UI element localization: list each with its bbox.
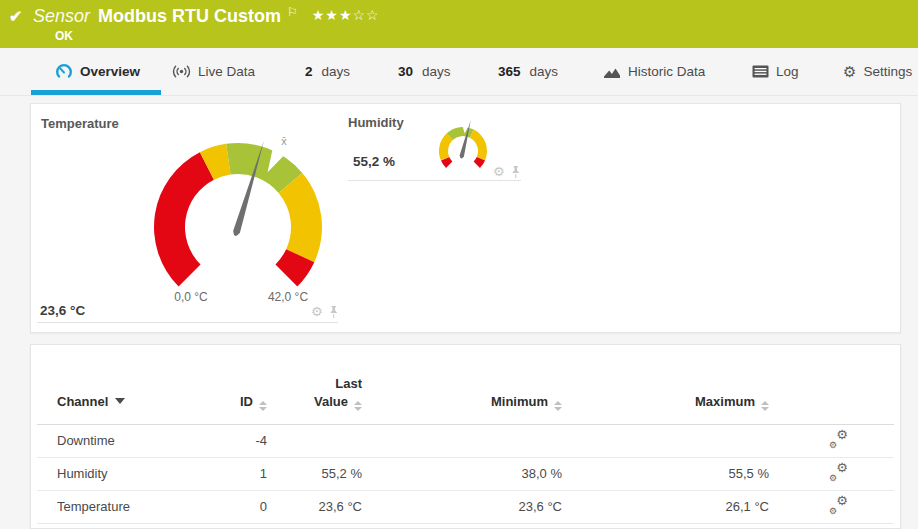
humidity-widget-tools: ⚙ bbox=[493, 164, 521, 179]
tab-overview[interactable]: Overview bbox=[55, 48, 140, 95]
pin-icon[interactable] bbox=[328, 305, 339, 319]
table-header-row: Channel ID Last Value Minimum Maximum bbox=[37, 345, 894, 424]
channels-table: Channel ID Last Value Minimum Maximum bbox=[37, 345, 894, 524]
channel-name[interactable]: Humidity bbox=[37, 457, 227, 490]
sensor-kind-label: Sensor bbox=[33, 6, 90, 27]
channel-maximum: 26,1 °C bbox=[562, 490, 769, 523]
channel-last-value: 55,2 % bbox=[267, 457, 362, 490]
channel-minimum: 38,0 % bbox=[362, 457, 562, 490]
tab-label: days bbox=[422, 64, 451, 79]
channel-minimum: 23,6 °C bbox=[362, 490, 562, 523]
tab-live-data[interactable]: Live Data bbox=[172, 48, 255, 95]
gauges-panel: Temperature x̄ 0,0 °C 42,0 °C 23,6 °C ⚙ … bbox=[30, 103, 901, 333]
temperature-scale-min-label: 0,0 °C bbox=[174, 290, 207, 304]
tab-label: Live Data bbox=[198, 64, 255, 79]
tab-settings[interactable]: ⚙ Settings bbox=[843, 48, 912, 95]
priority-stars[interactable]: ★★★☆☆ bbox=[312, 7, 380, 23]
table-row: Humidity 1 55,2 % 38,0 % 55,5 % ⚙⚙ bbox=[37, 457, 894, 490]
tab-bar: Overview Live Data 2 days 30 days 365 da… bbox=[0, 48, 918, 96]
tab-historic-data[interactable]: Historic Data bbox=[603, 48, 705, 95]
channel-settings-icon[interactable]: ⚙⚙ bbox=[829, 430, 849, 448]
column-header-channel[interactable]: Channel bbox=[37, 345, 227, 424]
gauge-segment bbox=[154, 152, 214, 286]
historic-data-icon bbox=[603, 65, 621, 79]
broadcast-icon bbox=[172, 64, 191, 79]
stars-filled[interactable]: ★★★ bbox=[312, 7, 353, 23]
channel-id: -4 bbox=[227, 424, 267, 457]
sort-icon bbox=[554, 401, 562, 411]
tab-365-days[interactable]: 365 days bbox=[498, 48, 558, 95]
gear-icon[interactable]: ⚙ bbox=[493, 164, 505, 179]
channel-id: 0 bbox=[227, 490, 267, 523]
divider bbox=[348, 180, 521, 181]
channel-maximum bbox=[562, 424, 769, 457]
tab-label: Overview bbox=[80, 64, 140, 79]
channel-minimum bbox=[362, 424, 562, 457]
tab-log[interactable]: Log bbox=[752, 48, 799, 95]
tab-label: Historic Data bbox=[628, 64, 705, 79]
flag-icon[interactable]: ⚐ bbox=[287, 5, 298, 19]
channel-name[interactable]: Downtime bbox=[37, 424, 227, 457]
humidity-widget-title: Humidity bbox=[348, 115, 404, 130]
temperature-widget-tools: ⚙ bbox=[311, 304, 339, 319]
tab-label: Settings bbox=[863, 64, 912, 79]
channel-name[interactable]: Temperature bbox=[37, 490, 227, 523]
column-header-maximum[interactable]: Maximum bbox=[562, 345, 769, 424]
gauge-icon bbox=[55, 63, 73, 81]
divider bbox=[37, 322, 338, 323]
active-tab-underline bbox=[31, 90, 161, 95]
tab-30-days[interactable]: 30 days bbox=[398, 48, 451, 95]
channel-last-value: 23,6 °C bbox=[267, 490, 362, 523]
tab-2-days[interactable]: 2 days bbox=[305, 48, 350, 95]
temperature-scale-max-label: 42,0 °C bbox=[268, 290, 308, 304]
status-ok-check-icon: ✔ bbox=[9, 7, 22, 26]
pin-icon[interactable] bbox=[510, 165, 521, 179]
mean-marker-label: x̄ bbox=[281, 135, 287, 147]
channel-id: 1 bbox=[227, 457, 267, 490]
table-row: Downtime -4 ⚙⚙ bbox=[37, 424, 894, 457]
temperature-widget-title: Temperature bbox=[41, 116, 119, 131]
sort-icon bbox=[259, 401, 267, 411]
settings-icon: ⚙ bbox=[843, 63, 856, 81]
channel-settings-icon[interactable]: ⚙⚙ bbox=[829, 496, 849, 514]
channels-panel: Channel ID Last Value Minimum Maximum bbox=[30, 344, 901, 529]
tab-label: Log bbox=[776, 64, 799, 79]
sensor-header: ✔ Sensor Modbus RTU Custom ⚐ ★★★☆☆ OK bbox=[0, 0, 918, 48]
table-row: Temperature 0 23,6 °C 23,6 °C 26,1 °C ⚙⚙ bbox=[37, 490, 894, 523]
tab-label: days bbox=[530, 64, 559, 79]
temperature-gauge: x̄ bbox=[113, 117, 363, 322]
column-header-minimum[interactable]: Minimum bbox=[362, 345, 562, 424]
sensor-title: Modbus RTU Custom bbox=[98, 6, 281, 27]
channel-last-value bbox=[267, 424, 362, 457]
tab-label: days bbox=[322, 64, 351, 79]
sort-desc-icon bbox=[115, 398, 125, 404]
channel-maximum: 55,5 % bbox=[562, 457, 769, 490]
column-header-actions bbox=[769, 345, 894, 424]
humidity-current-value: 55,2 % bbox=[353, 154, 395, 169]
sort-icon bbox=[354, 401, 362, 411]
column-header-last-value[interactable]: Last Value bbox=[267, 345, 362, 424]
temperature-current-value: 23,6 °C bbox=[40, 303, 85, 318]
column-header-id[interactable]: ID bbox=[227, 345, 267, 424]
status-badge: OK bbox=[55, 29, 73, 43]
channel-settings-icon[interactable]: ⚙⚙ bbox=[829, 463, 849, 481]
log-icon bbox=[752, 65, 769, 78]
sort-icon bbox=[761, 401, 769, 411]
gauge-segment bbox=[470, 130, 487, 161]
gear-icon[interactable]: ⚙ bbox=[311, 304, 323, 319]
stars-empty[interactable]: ☆☆ bbox=[352, 7, 379, 23]
